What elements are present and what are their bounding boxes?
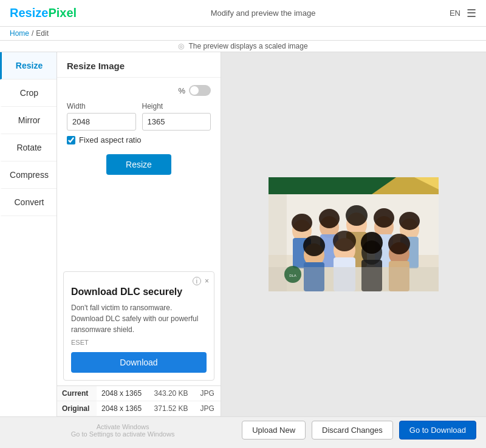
file-info-table: Current 2048 x 1365 343.20 KB JPG Origin…: [57, 385, 221, 416]
ad-body: Don't fall victim to ransomware. Downloa…: [71, 302, 207, 335]
original-dims: 2048 x 1365: [97, 401, 149, 416]
width-label: Width: [67, 102, 136, 110]
ad-info-icon[interactable]: i: [193, 277, 201, 285]
percent-toggle[interactable]: [189, 85, 211, 96]
width-input[interactable]: [67, 113, 136, 131]
svg-point-31: [399, 212, 420, 230]
preview-image-container: DLA: [269, 177, 439, 291]
panel-content: % Width Height Fixed aspect ratio: [57, 78, 221, 266]
sidebar-item-resize[interactable]: Resize: [0, 52, 56, 80]
svg-point-29: [346, 205, 368, 226]
dimension-row: Width Height: [67, 102, 211, 131]
row-label: Original: [57, 401, 97, 416]
svg-text:DLA: DLA: [289, 274, 296, 277]
header-right: EN ☰: [450, 7, 476, 20]
ad-close-icon[interactable]: ×: [205, 277, 209, 285]
sidebar-item-mirror[interactable]: Mirror: [0, 107, 56, 134]
row-label: Current: [57, 386, 97, 401]
svg-point-27: [292, 214, 312, 232]
aspect-ratio-row: Fixed aspect ratio: [67, 135, 211, 144]
height-label: Height: [142, 102, 211, 110]
sidebar-nav: Resize Crop Mirror Rotate Compress Conve…: [0, 52, 57, 416]
current-size: 343.20 KB: [149, 386, 196, 401]
ad-title: Download DLC securely: [71, 287, 207, 297]
ad-controls: i ×: [193, 277, 209, 285]
ad-panel: i × Download DLC securely Don't fall vic…: [63, 271, 214, 381]
panel: Resize Image % Width Height: [57, 52, 221, 416]
breadcrumb: Home / Edit: [0, 27, 486, 41]
logo[interactable]: ResizePixel: [10, 6, 77, 20]
table-row: Original 2048 x 1365 371.52 KB JPG: [57, 401, 221, 416]
language-selector[interactable]: EN: [450, 8, 460, 18]
svg-point-28: [319, 209, 340, 228]
aspect-ratio-label: Fixed aspect ratio: [79, 135, 142, 144]
activate-watermark: Activate WindowsGo to Settings to activa…: [10, 423, 236, 438]
ad-source: ESET: [71, 339, 207, 346]
height-field: Height: [142, 102, 211, 131]
svg-point-30: [374, 208, 394, 228]
width-field: Width: [67, 102, 136, 131]
resize-button[interactable]: Resize: [106, 154, 171, 175]
sidebar-item-convert[interactable]: Convert: [0, 189, 56, 216]
svg-point-32: [303, 236, 325, 256]
original-size: 371.52 KB: [149, 401, 196, 416]
aspect-ratio-checkbox[interactable]: [67, 136, 75, 144]
original-format: JPG: [196, 401, 221, 416]
preview-info-bar: ◎ The preview displays a scaled image: [0, 41, 486, 52]
logo-resize: Resize: [10, 6, 48, 19]
upload-new-button[interactable]: Upload New: [242, 421, 306, 440]
preview-dot-icon: ◎: [178, 42, 184, 50]
svg-point-35: [388, 234, 410, 254]
header: ResizePixel Modify and preview the image…: [0, 0, 486, 27]
preview-area: DLA: [221, 52, 486, 416]
preview-image: DLA: [269, 177, 439, 291]
current-format: JPG: [196, 386, 221, 401]
table-row: Current 2048 x 1365 343.20 KB JPG: [57, 386, 221, 401]
header-title: Modify and preview the image: [211, 8, 316, 18]
preview-info-text: The preview displays a scaled image: [189, 42, 308, 50]
percent-label: %: [178, 86, 185, 95]
sidebar-item-rotate[interactable]: Rotate: [0, 134, 56, 161]
svg-point-34: [361, 232, 383, 254]
breadcrumb-current: Edit: [36, 29, 49, 38]
discard-changes-button[interactable]: Discard Changes: [312, 421, 393, 440]
footer: Activate WindowsGo to Settings to activa…: [0, 416, 486, 443]
percent-toggle-row: %: [67, 85, 211, 96]
main-layout: Resize Crop Mirror Rotate Compress Conve…: [0, 52, 486, 416]
hamburger-menu-icon[interactable]: ☰: [467, 7, 476, 20]
svg-point-33: [333, 231, 356, 251]
go-to-download-button[interactable]: Go to Download: [399, 421, 476, 440]
breadcrumb-separator: /: [32, 29, 33, 38]
breadcrumb-home[interactable]: Home: [10, 29, 29, 38]
logo-pixel: Pixel: [48, 6, 77, 19]
panel-title: Resize Image: [57, 52, 221, 78]
sidebar-item-compress[interactable]: Compress: [0, 161, 56, 189]
height-input[interactable]: [142, 113, 211, 131]
ad-download-button[interactable]: Download: [71, 352, 207, 373]
current-dims: 2048 x 1365: [97, 386, 149, 401]
sidebar-item-crop[interactable]: Crop: [0, 80, 56, 107]
